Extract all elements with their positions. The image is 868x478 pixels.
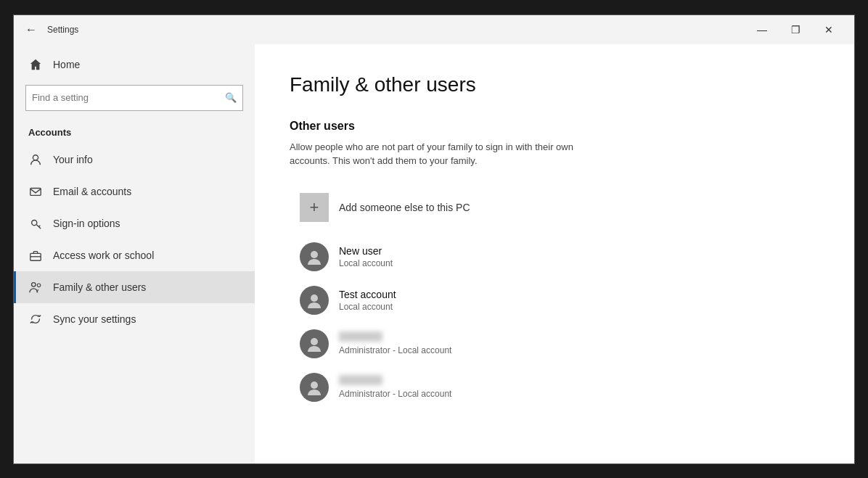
maximize-button[interactable]: ❐ <box>779 18 812 41</box>
user-info-user3: Administrator - Local account <box>339 331 451 355</box>
svg-point-3 <box>32 220 37 225</box>
sidebar-label-sync-settings: Sync your settings <box>53 313 136 325</box>
add-user-button[interactable]: + Add someone else to this PC <box>290 186 480 229</box>
svg-point-0 <box>33 154 38 160</box>
close-button[interactable]: ✕ <box>812 18 846 41</box>
sidebar-item-sign-in-options[interactable]: Sign-in options <box>14 207 255 239</box>
blurred-name-user3 <box>339 331 382 342</box>
other-users-description: Allow people who are not part of your fa… <box>290 140 609 168</box>
sidebar-label-email-accounts: Email & accounts <box>53 186 131 197</box>
minimize-button[interactable]: — <box>745 18 779 41</box>
sidebar: Home 🔍 Accounts Your info <box>14 44 255 463</box>
key-icon <box>28 216 43 231</box>
user-item-new-user[interactable]: New user Local account <box>290 235 819 279</box>
svg-rect-2 <box>30 188 41 195</box>
window-controls: — ❐ ✕ <box>745 18 846 41</box>
sidebar-item-family-other-users[interactable]: Family & other users <box>14 271 255 303</box>
user-info-new-user: New user Local account <box>339 245 393 268</box>
user-info-user4: Administrator - Local account <box>339 375 451 399</box>
family-icon <box>28 280 43 294</box>
settings-window: ← Settings — ❐ ✕ Home 🔍 <box>13 15 855 464</box>
sidebar-item-your-info[interactable]: Your info <box>14 144 255 176</box>
svg-point-10 <box>311 251 318 258</box>
sidebar-item-home[interactable]: Home <box>14 50 255 79</box>
user-avatar-test-account <box>300 286 329 315</box>
person-icon <box>28 152 43 167</box>
user-type-user4: Administrator - Local account <box>339 389 451 399</box>
sidebar-item-email-accounts[interactable]: Email & accounts <box>14 176 255 207</box>
email-icon <box>28 184 43 199</box>
user-info-test-account: Test account Local account <box>339 289 396 312</box>
add-user-label: Add someone else to this PC <box>339 202 470 213</box>
sidebar-label-access-work: Access work or school <box>53 250 154 261</box>
home-label: Home <box>53 59 80 70</box>
user-avatar-new-user <box>300 242 329 271</box>
sidebar-item-sync-settings[interactable]: Sync your settings <box>14 303 255 335</box>
user-item-user4[interactable]: Administrator - Local account <box>290 366 819 409</box>
back-button[interactable]: ← <box>22 20 40 39</box>
user-avatar-user3 <box>300 329 329 358</box>
title-bar-left: ← Settings <box>22 20 745 39</box>
user-avatar-user4 <box>300 373 329 402</box>
sidebar-label-family-other-users: Family & other users <box>53 281 146 293</box>
user-name-test-account: Test account <box>339 289 396 300</box>
user-name-user3 <box>339 331 451 344</box>
home-icon <box>28 57 43 72</box>
app-title: Settings <box>47 25 78 35</box>
sidebar-label-sign-in-options: Sign-in options <box>53 218 120 229</box>
title-bar: ← Settings — ❐ ✕ <box>14 15 854 44</box>
page-title: Family & other users <box>290 73 819 96</box>
search-box[interactable]: 🔍 <box>25 85 243 111</box>
sidebar-label-your-info: Your info <box>53 154 93 165</box>
svg-point-11 <box>311 294 318 302</box>
user-type-user3: Administrator - Local account <box>339 345 451 355</box>
svg-point-12 <box>311 338 318 345</box>
user-type-new-user: Local account <box>339 258 393 268</box>
svg-line-5 <box>39 225 41 226</box>
svg-point-8 <box>32 282 36 286</box>
other-users-section-title: Other users <box>290 120 819 133</box>
blurred-name-user4 <box>339 375 382 385</box>
svg-point-9 <box>37 284 41 287</box>
briefcase-icon <box>28 248 43 263</box>
main-content: Family & other users Other users Allow p… <box>255 44 854 463</box>
search-input[interactable] <box>32 92 225 103</box>
content-area: Home 🔍 Accounts Your info <box>14 44 854 463</box>
user-item-user3[interactable]: Administrator - Local account <box>290 322 819 366</box>
add-icon: + <box>300 193 329 222</box>
plus-icon: + <box>310 199 319 215</box>
user-type-test-account: Local account <box>339 302 396 312</box>
sync-icon <box>28 312 43 326</box>
accounts-heading: Accounts <box>14 123 255 144</box>
user-name-new-user: New user <box>339 245 393 257</box>
search-icon: 🔍 <box>225 92 237 103</box>
svg-line-4 <box>36 224 41 228</box>
sidebar-item-access-work[interactable]: Access work or school <box>14 239 255 271</box>
user-name-user4 <box>339 375 451 387</box>
svg-point-13 <box>311 382 318 389</box>
user-item-test-account[interactable]: Test account Local account <box>290 279 819 322</box>
